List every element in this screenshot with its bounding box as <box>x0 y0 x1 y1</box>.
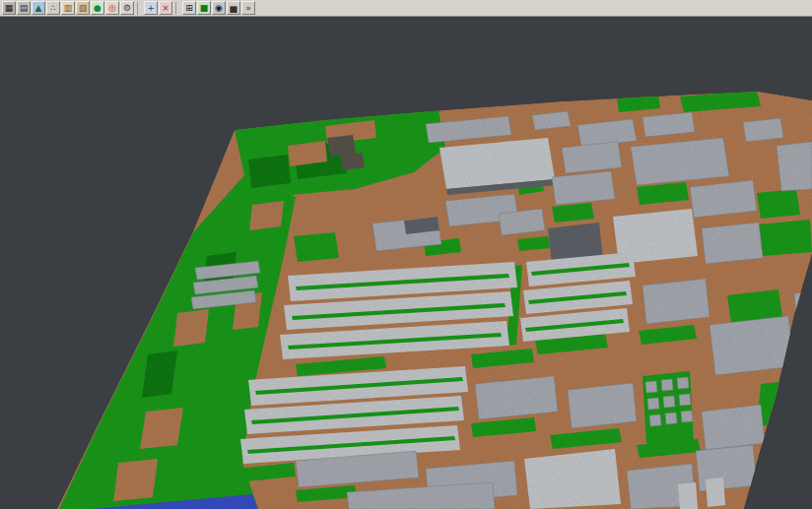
grid-icon[interactable]: ⊞ <box>182 1 196 15</box>
globe-icon[interactable]: ◉ <box>212 1 226 15</box>
main-toolbar: ▦▤▲∴▥▧●◎⚙+×⊞■◉▅» <box>0 0 812 17</box>
image-layer-icon[interactable]: ▤ <box>17 1 31 15</box>
toolbar-separator <box>137 2 141 15</box>
scene-canvas <box>0 0 812 509</box>
pointcloud-icon[interactable]: ∴ <box>46 1 60 15</box>
viewport-3d[interactable] <box>0 0 812 509</box>
sphere-icon[interactable]: ● <box>91 1 104 15</box>
delete-icon[interactable]: × <box>159 1 172 15</box>
histogram-icon[interactable]: ▅ <box>227 1 240 15</box>
measure-icon[interactable]: + <box>144 1 158 15</box>
classification-icon[interactable]: ■ <box>197 1 211 15</box>
orthophoto-icon[interactable]: ▧ <box>76 1 90 15</box>
toolbar-separator <box>175 2 179 15</box>
pointcloud-speckle <box>0 0 812 509</box>
palette-icon[interactable]: ▥ <box>61 1 75 15</box>
app-window: ▦▤▲∴▥▧●◎⚙+×⊞■◉▅» <box>0 0 812 509</box>
target-icon[interactable]: ◎ <box>105 1 119 15</box>
export-icon[interactable]: » <box>241 1 255 15</box>
terrain-icon[interactable]: ▲ <box>32 1 45 15</box>
settings-icon[interactable]: ⚙ <box>120 1 134 15</box>
dataset-icon[interactable]: ▦ <box>2 1 16 15</box>
